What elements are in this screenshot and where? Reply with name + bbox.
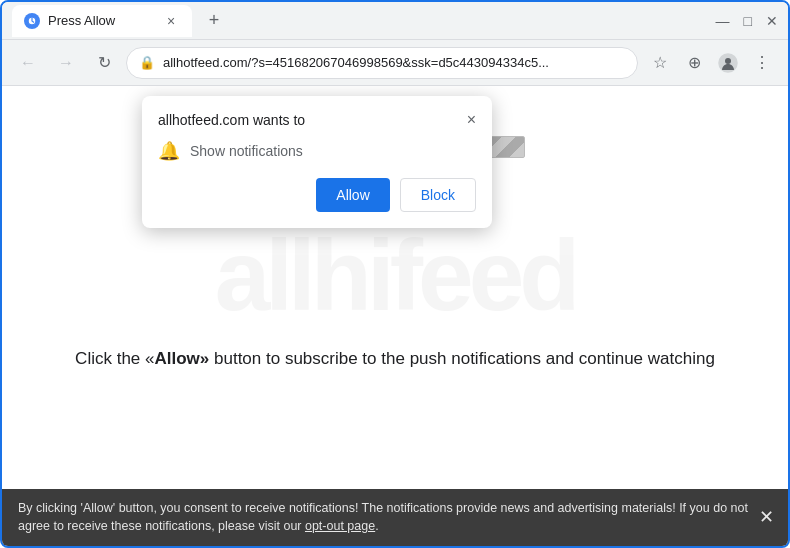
reload-button[interactable]: ↻ [88,47,120,79]
svg-point-2 [725,58,731,64]
bottom-notification-bar: By clicking 'Allow' button, you consent … [2,489,788,547]
forward-button[interactable]: → [50,47,82,79]
bookmark-button[interactable]: ☆ [644,47,676,79]
browser-window: Press Allow × + — □ ✕ ← → ↻ 🔒 allhotfeed… [0,0,790,548]
profile-button[interactable] [712,47,744,79]
bottom-bar-text-content: By clicking 'Allow' button, you consent … [18,501,748,534]
tab-title: Press Allow [48,13,154,28]
menu-button[interactable]: ⋮ [746,47,778,79]
watermark: allhifeed [215,218,576,333]
dialog-close-button[interactable]: × [467,112,476,128]
close-button[interactable]: ✕ [766,13,778,29]
url-text: allhotfeed.com/?s=451682067046998569&ssk… [163,55,625,70]
active-tab[interactable]: Press Allow × [12,5,192,37]
allow-button[interactable]: Allow [316,178,389,212]
new-tab-button[interactable]: + [200,7,228,35]
dialog-actions: Allow Block [158,178,476,212]
page-content: allhifeed allhotfeed.com wants to × 🔔 Sh… [2,86,788,489]
notification-feature-row: 🔔 Show notifications [158,140,476,162]
notification-permission-dialog: allhotfeed.com wants to × 🔔 Show notific… [142,96,492,228]
main-text-allow: Allow» [154,349,209,368]
bottom-bar-text-end: . [375,519,378,533]
window-controls: — □ ✕ [716,13,778,29]
dialog-title: allhotfeed.com wants to [158,112,305,128]
maximize-button[interactable]: □ [744,13,752,29]
main-text-suffix: button to subscribe to the push notifica… [209,349,715,368]
notification-feature-label: Show notifications [190,143,303,159]
back-button[interactable]: ← [12,47,44,79]
title-bar: Press Allow × + — □ ✕ [2,2,788,40]
tab-favicon [24,13,40,29]
main-text-prefix: Click the « [75,349,154,368]
bottom-bar-close-button[interactable]: ✕ [759,504,774,531]
opt-out-link[interactable]: opt-out page [305,519,375,533]
tab-close-button[interactable]: × [162,12,180,30]
nav-right-controls: ☆ ⊕ ⋮ [644,47,778,79]
navigation-bar: ← → ↻ 🔒 allhotfeed.com/?s=45168206704699… [2,40,788,86]
block-button[interactable]: Block [400,178,476,212]
download-button[interactable]: ⊕ [678,47,710,79]
bottom-bar-text: By clicking 'Allow' button, you consent … [18,499,748,537]
dialog-header: allhotfeed.com wants to × [158,112,476,128]
lock-icon: 🔒 [139,55,155,70]
bell-icon: 🔔 [158,140,180,162]
address-bar[interactable]: 🔒 allhotfeed.com/?s=451682067046998569&s… [126,47,638,79]
page-main-text: Click the «Allow» button to subscribe to… [2,349,788,369]
minimize-button[interactable]: — [716,13,730,29]
